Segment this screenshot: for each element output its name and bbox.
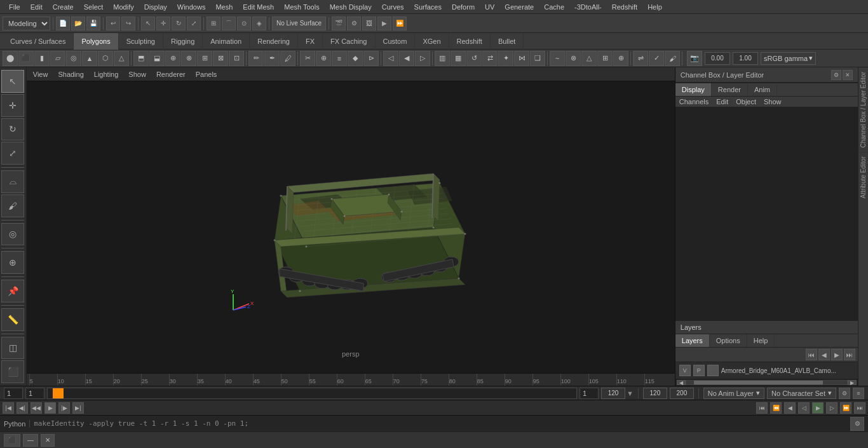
append-poly-icon[interactable]: ✒ (264, 51, 280, 66)
insert-edge-icon[interactable]: ▥ (435, 51, 450, 66)
render-ipr-icon[interactable]: ▶ (377, 17, 391, 31)
move-tool-btn[interactable]: ✛ (1, 94, 24, 117)
prism-icon[interactable]: ⬡ (98, 51, 113, 66)
tab-sculpting[interactable]: Sculpting (119, 33, 163, 50)
frame-display[interactable]: 1 (580, 388, 599, 399)
tl-go-start-icon[interactable]: ⏮ (756, 402, 768, 414)
vp-menu-shading[interactable]: Shading (55, 71, 86, 78)
cube-icon[interactable]: ⬛ (18, 51, 34, 66)
live-surface-button[interactable]: No Live Surface (272, 17, 326, 31)
menu-mesh[interactable]: Mesh (210, 2, 238, 12)
window-icon-btn[interactable]: ⬛ (4, 434, 20, 447)
extrude-edge-icon[interactable]: ⊳ (363, 51, 379, 66)
menu-edit-mesh[interactable]: Edit Mesh (238, 2, 279, 12)
flip-icon[interactable]: ⇄ (482, 51, 498, 66)
bridge-icon[interactable]: ⬓ (149, 51, 165, 66)
connect-icon[interactable]: ⊕ (316, 51, 331, 66)
cleanup-icon[interactable]: ✓ (649, 51, 664, 66)
tab-polygons[interactable]: Polygons (74, 33, 118, 50)
step-back-btn[interactable]: ◀| (17, 402, 28, 414)
step-forward-btn[interactable]: |▶ (58, 402, 70, 414)
tab-custom[interactable]: Custom (376, 33, 416, 50)
render-view-icon[interactable]: 🖼 (362, 17, 376, 31)
menu-curves[interactable]: Curves (377, 2, 409, 12)
mirror-icon[interactable]: ⊞ (197, 51, 212, 66)
undo-icon[interactable]: ↩ (106, 17, 120, 31)
create-poly-icon[interactable]: ✏ (248, 51, 264, 66)
slide-edge-icon[interactable]: ▦ (451, 51, 466, 66)
tab-fx[interactable]: FX (298, 33, 323, 50)
snap-point-icon[interactable]: ⊙ (237, 17, 251, 31)
cb-menu-show[interactable]: Show (764, 98, 782, 105)
merge-icon[interactable]: ◀ (399, 51, 414, 66)
window-close-btn[interactable]: ✕ (41, 434, 55, 447)
cb-menu-edit[interactable]: Edit (716, 98, 728, 105)
comp-display-btn[interactable]: ⬛ (1, 360, 24, 383)
duplicate-face-icon[interactable]: ❑ (530, 51, 545, 66)
menu-select[interactable]: Select (79, 2, 109, 12)
window-minimize-btn[interactable]: — (23, 434, 38, 447)
vp-menu-panels[interactable]: Panels (193, 71, 220, 78)
cb-menu-object[interactable]: Object (736, 98, 756, 105)
panel-options-icon[interactable]: ⚙ (831, 70, 841, 80)
rotate-value-input[interactable] (705, 52, 730, 65)
combine-icon[interactable]: ⊠ (213, 51, 228, 66)
layer-color-swatch[interactable] (707, 365, 719, 376)
layers-nav-next-next[interactable]: ⏭ (844, 349, 855, 360)
menu-modify[interactable]: Modify (108, 2, 139, 12)
snap-curve-icon[interactable]: ⌒ (222, 17, 236, 31)
snap-view-icon[interactable]: ◈ (252, 17, 266, 31)
channel-box-tab-label[interactable]: Channel Box / Layer Editor (858, 67, 868, 152)
retopo-icon[interactable]: ⊞ (597, 51, 613, 66)
rotate-icon[interactable]: ↻ (172, 17, 186, 31)
viewport-content[interactable]: X Y Z persp (27, 81, 675, 360)
layers-nav-next[interactable]: ▶ (831, 349, 843, 360)
tab-bullet[interactable]: Bullet (491, 33, 524, 50)
menu-redshift[interactable]: Redshift (607, 2, 642, 12)
render-settings-icon[interactable]: ⚙ (347, 17, 361, 31)
tl-next-frame-icon[interactable]: ▷ (826, 402, 837, 414)
redo-icon[interactable]: ↪ (121, 17, 135, 31)
menu-mesh-tools[interactable]: Mesh Tools (279, 2, 324, 12)
menu-mesh-display[interactable]: Mesh Display (325, 2, 377, 12)
anim-end-input[interactable] (643, 388, 667, 399)
menu-windows[interactable]: Windows (172, 2, 211, 12)
plane-icon[interactable]: ▱ (50, 51, 65, 66)
tab-curves-surfaces[interactable]: Curves / Surfaces (3, 33, 74, 50)
move-icon[interactable]: ✛ (156, 17, 170, 31)
xray-btn[interactable]: ◫ (1, 337, 24, 360)
layer-scroll-left[interactable]: ◀ (677, 380, 686, 385)
menu-3dto-all[interactable]: -3DtoAll- (569, 2, 607, 12)
panel-close-icon[interactable]: ✕ (843, 70, 853, 80)
vp-menu-show[interactable]: Show (126, 71, 149, 78)
layers-nav-prev-prev[interactable]: ⏮ (806, 349, 817, 360)
char-set-settings-icon[interactable]: ⚙ (839, 388, 850, 399)
frame-field-1[interactable]: 1 (4, 388, 23, 399)
layer-scrollbar[interactable]: ◀ ▶ (675, 379, 858, 386)
tl-play-fwd-icon[interactable]: ▶ (812, 402, 824, 414)
collapse-icon[interactable]: ◁ (383, 51, 398, 66)
tab-rigging[interactable]: Rigging (163, 33, 203, 50)
timeline-slider[interactable] (47, 388, 577, 399)
save-file-icon[interactable]: 💾 (86, 17, 100, 31)
boolean-icon[interactable]: ⊕ (613, 51, 628, 66)
show-manip-btn[interactable]: ⊕ (1, 251, 24, 274)
scale-tool-btn[interactable]: ⤢ (1, 142, 24, 165)
frame-field-2[interactable]: 1 (25, 388, 44, 399)
open-file-icon[interactable]: 📂 (71, 17, 85, 31)
attribute-editor-tab-label[interactable]: Attribute Editor (858, 152, 868, 202)
layer-visibility-btn[interactable]: V (679, 365, 691, 376)
scale-icon[interactable]: ⤢ (187, 17, 201, 31)
fill-hole-icon[interactable]: ⊗ (181, 51, 196, 66)
tab-rendering[interactable]: Rendering (250, 33, 298, 50)
layer-row[interactable]: V P Armored_Bridge_M60A1_AVLB_Camo... (675, 362, 858, 379)
menu-edit[interactable]: Edit (25, 2, 48, 12)
tl-next-icon[interactable]: ⏩ (840, 402, 851, 414)
snap-camera-icon[interactable]: 📷 (687, 51, 702, 66)
total-frames-input[interactable] (670, 388, 694, 399)
select-icon[interactable]: ↖ (141, 17, 155, 31)
layers-tab-options[interactable]: Options (710, 334, 747, 347)
anim-layer-dropdown[interactable]: No Anim Layer ▾ (703, 388, 764, 399)
soft-sel-btn[interactable]: ◎ (1, 223, 24, 246)
pyramid-icon[interactable]: △ (114, 51, 129, 66)
